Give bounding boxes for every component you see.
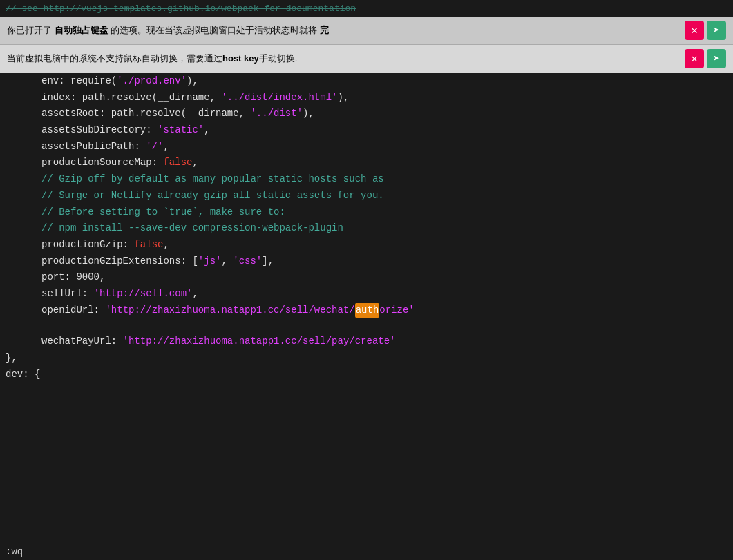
code-area: env: require('./prod.env'), index: path.… [0,73,733,560]
code-line-gzipext: productionGzipExtensions: ['js', 'css'], [0,253,733,270]
notification-bar-2: 当前虚拟电脑中的系统不支持鼠标自动切换，需要通过host key手动切换. ✕ … [0,45,733,73]
notif-2-bold: host key [222,53,259,64]
notif-1-prefix: 你已打开了 [7,25,52,35]
code-line-dev: dev: { [0,367,733,383]
bg-comment-text: // see http://vuejs-templates.github.io/… [6,3,356,14]
highlight-auth: auth [355,303,380,318]
notif-2-text: 当前虚拟电脑中的系统不支持鼠标自动切换，需要通过host key手动切换. [7,52,679,65]
notif-1-bold: 自动独占键盘 [55,25,108,35]
notif-1-suffix: 的选项。现在当该虚拟电脑窗口处于活动状态时就将 [111,25,317,35]
code-line-assetssubdir: assetsSubDirectory: 'static', [0,122,733,139]
status-bar: :wq [0,543,733,560]
code-line-env: env: require('./prod.env'), [0,73,733,90]
notif-1-end: 完 [320,25,329,35]
code-line-assetsroot: assetsRoot: path.resolve(__dirname, '../… [0,106,733,122]
notif-1-arrow-button[interactable]: ➤ [707,21,726,40]
notification-bar-1: 你已打开了 自动独占键盘 的选项。现在当该虚拟电脑窗口处于活动状态时就将 完 ✕… [0,17,733,45]
status-text: :wq [6,546,23,557]
code-line-sourcemap: productionSourceMap: false, [0,155,733,171]
notif-1-close-button[interactable]: ✕ [685,21,704,40]
code-line-wechatpay: wechatPayUrl: 'http://zhaxizhuoma.natapp… [0,334,733,350]
code-line-comment2: // Surge or Netlify already gzip all sta… [0,188,733,204]
notif-1-buttons: ✕ ➤ [685,21,726,40]
code-line-sellurl: sellUrl: 'http://sell.com', [0,286,733,302]
main-container: // see http://vuejs-templates.github.io/… [0,0,733,560]
code-line-comment3: // Before setting to `true`, make sure t… [0,204,733,221]
notif-2-suffix: 手动切换. [259,53,298,64]
notif-2-prefix: 当前虚拟电脑中的系统不支持鼠标自动切换，需要通过 [7,53,222,64]
code-line-close-brace: }, [0,350,733,367]
code-line-openidurl: openidUrl: 'http://zhaxizhuoma.natapp1.c… [0,302,733,319]
code-line-empty [0,318,733,334]
code-line-comment1: // Gzip off by default as many popular s… [0,171,733,188]
code-line-index: index: path.resolve(__dirname, '../dist/… [0,90,733,106]
notif-2-arrow-button[interactable]: ➤ [707,49,726,68]
notification-area: 你已打开了 自动独占键盘 的选项。现在当该虚拟电脑窗口处于活动状态时就将 完 ✕… [0,17,733,73]
bg-comment-bar: // see http://vuejs-templates.github.io/… [0,0,733,17]
code-line-comment4: // npm install --save-dev compression-we… [0,220,733,237]
notif-2-close-button[interactable]: ✕ [685,49,704,68]
notif-1-text: 你已打开了 自动独占键盘 的选项。现在当该虚拟电脑窗口处于活动状态时就将 完 [7,24,679,37]
code-line-gzip: productionGzip: false, [0,237,733,253]
code-line-assetspublic: assetsPublicPath: '/', [0,139,733,155]
code-line-port: port: 9000, [0,269,733,286]
notif-2-buttons: ✕ ➤ [685,49,726,68]
